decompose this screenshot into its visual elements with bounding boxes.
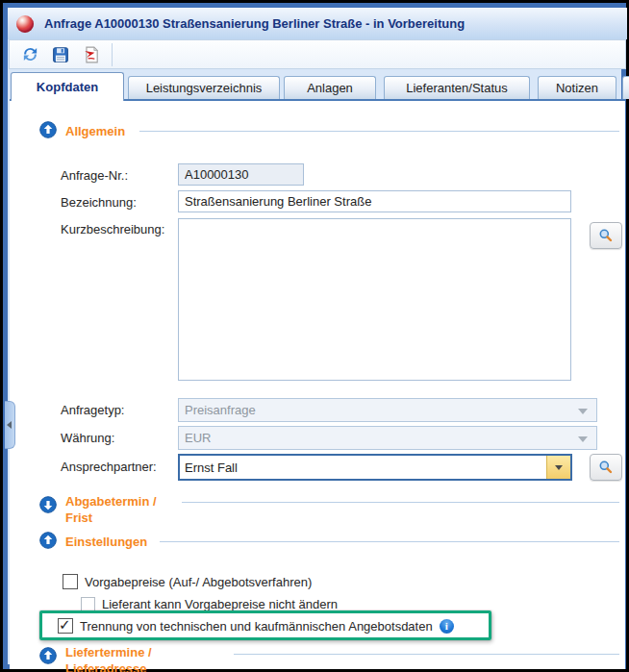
ansprechpartner-value: Ernst Fall [180,460,546,475]
dropdown-arrow-icon [578,436,588,442]
lieferant-vorgabepreise-label: Lieferant kann Vorgabepreise nicht änder… [102,597,338,611]
toolbar-separator [112,43,113,66]
section-divider [160,541,619,542]
section-abgabetermin-toggle[interactable] [39,496,57,517]
tab-partial[interactable] [622,76,629,99]
collapse-up-icon [39,647,57,664]
bezeichnung-field[interactable] [178,190,571,212]
tab-leistungsverzeichnis[interactable]: Leistungsverzeichnis [128,76,280,99]
anfragetyp-value: Preisanfrage [185,403,256,417]
info-icon[interactable] [440,619,454,634]
tab-label: Kopfdaten [37,80,98,94]
trennung-angebotsdaten-label: Trennung von technischen und kaufmännisc… [80,619,433,634]
section-allgemein-toggle[interactable] [39,121,57,142]
section-allgemein-label: Allgemein [65,123,125,139]
save-icon [52,46,69,63]
tab-label: Anlagen [307,81,353,95]
lieferant-vorgabepreise-checkbox-row: Lieferant kann Vorgabepreise nicht änder… [81,597,338,611]
tab-notizen[interactable]: Notizen [538,76,616,99]
ansprechpartner-dropdown-button[interactable] [546,456,570,479]
vorgabepreise-label: Vorgabepreise (Auf-/ Abgebotsverfahren) [85,575,312,589]
section-divider [182,502,619,503]
section-liefertermine-toggle[interactable] [39,647,57,668]
vorgabepreise-checkbox-row: Vorgabepreise (Auf-/ Abgebotsverfahren) [63,574,312,589]
pdf-icon [83,46,100,63]
tab-lieferanten-status[interactable]: Lieferanten/Status [384,76,530,99]
title-bar: Anfrage A10000130 Straßensanierung Berli… [8,8,627,39]
anfrage-nr-field [178,163,304,186]
anfragetyp-label: Anfragetyp: [61,403,125,417]
section-divider [139,131,619,132]
tab-label: Leistungsverzeichnis [146,81,263,95]
refresh-button[interactable] [17,43,42,66]
section-abgabetermin-label: Abgabetermin / Frist [65,493,181,526]
magnifier-icon [598,460,614,475]
tab-label: Lieferanten/Status [406,81,508,95]
waehrung-value: EUR [185,431,211,445]
lieferant-vorgabepreise-checkbox [81,597,95,611]
vorgabepreise-checkbox[interactable] [63,574,78,589]
magnifier-icon [598,228,614,243]
section-einstellungen-label: Einstellungen [65,534,147,550]
pdf-export-button[interactable] [79,43,104,66]
trennung-angebotsdaten-checkbox-row: Trennung von technischen und kaufmännisc… [58,618,454,634]
collapse-up-icon [39,532,57,549]
save-button[interactable] [48,43,73,66]
trennung-angebotsdaten-checkbox[interactable] [58,618,73,634]
section-liefertermine-label: Liefertermine / Lieferadresse [65,644,190,672]
waehrung-select: EUR [178,426,597,450]
tab-anlagen[interactable]: Anlagen [284,76,376,99]
bezeichnung-label: Bezeichnung: [61,195,137,210]
refresh-icon [21,45,39,63]
collapse-up-icon [39,121,57,138]
section-divider [234,654,619,655]
ansprechpartner-search-button[interactable] [590,454,622,481]
app-sphere-icon [16,15,34,33]
dropdown-arrow-icon [555,465,563,470]
application-window: Anfrage A10000130 Straßensanierung Berli… [0,0,629,672]
kurzbeschreibung-label: Kurzbeschreibung: [61,222,164,236]
tab-kopfdaten[interactable]: Kopfdaten [11,72,124,101]
window-title: Anfrage A10000130 Straßensanierung Berli… [44,16,465,31]
collapse-down-icon [39,496,57,513]
tab-strip: Kopfdaten Leistungsverzeichnis Anlagen L… [3,72,629,101]
waehrung-label: Währung: [61,431,114,445]
ansprechpartner-label: Ansprechpartner: [61,460,157,474]
kurzbeschreibung-field[interactable] [178,218,571,381]
anfrage-nr-label: Anfrage-Nr.: [61,168,128,183]
kurzbeschreibung-search-button[interactable] [590,222,622,249]
dropdown-arrow-icon [578,409,588,414]
toolbar [9,39,626,69]
tab-label: Notizen [556,81,598,95]
section-einstellungen-toggle[interactable] [39,532,57,553]
anfragetyp-select: Preisanfrage [178,398,597,422]
ansprechpartner-combobox[interactable]: Ernst Fall [178,454,572,481]
panel-splitter-handle[interactable] [5,401,15,449]
